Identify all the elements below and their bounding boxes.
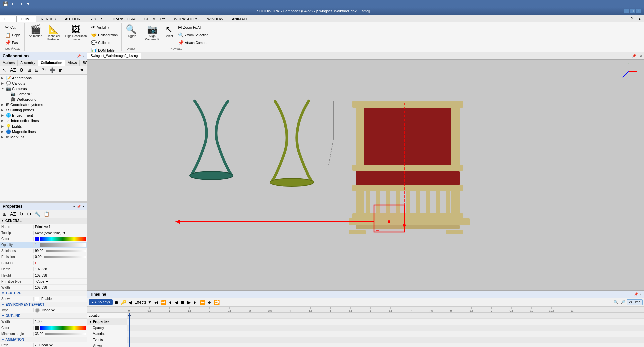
tree-item-environment[interactable]: ▶ 🌐 Environment: [0, 113, 87, 118]
add-key-button[interactable]: 🔑: [120, 299, 127, 306]
select-button[interactable]: ↖ Select: [162, 23, 176, 39]
expand-all-icon[interactable]: ⊞: [26, 67, 33, 73]
tab-home[interactable]: HOME: [16, 16, 36, 22]
panel-minimize-icon[interactable]: −: [73, 54, 75, 58]
play-button[interactable]: ▶: [186, 299, 192, 306]
fast-forward-button[interactable]: ⏩: [199, 299, 206, 306]
close-button[interactable]: ×: [636, 9, 641, 13]
collapse-ribbon-icon[interactable]: ▲: [635, 16, 644, 22]
effects-dropdown[interactable]: Effects ▼: [133, 299, 152, 305]
copy-button[interactable]: 📋 Copy: [3, 31, 22, 39]
tab-file[interactable]: FILE: [0, 16, 16, 22]
prev-key-button[interactable]: ◀: [128, 299, 133, 306]
technical-illustration-button[interactable]: 📐 TechnicalIllustration: [45, 23, 63, 42]
digger-button[interactable]: 🔍 Digger: [124, 23, 139, 39]
dropdown-icon[interactable]: ▼: [25, 1, 31, 7]
tree-item-coord-systems[interactable]: ▶ ⊞ Coordinate systems: [0, 102, 87, 107]
path-select[interactable]: Linear: [38, 343, 54, 347]
props-icon3[interactable]: ↻: [18, 211, 25, 217]
opacity-slider[interactable]: [40, 243, 86, 247]
autokeys-button[interactable]: ● Auto-Keys: [89, 299, 113, 305]
help-icon[interactable]: ?: [628, 16, 636, 22]
tab-collaboration[interactable]: Collaboration: [38, 60, 65, 66]
loop-button[interactable]: 🔁: [213, 299, 220, 306]
tree-item-callouts[interactable]: ▶ 💬 Callouts: [0, 81, 87, 86]
time-button[interactable]: ⏱ Time: [627, 299, 643, 305]
animation-button[interactable]: 🎬 Animation: [27, 23, 44, 39]
tree-item-intersection-lines[interactable]: ▶ ⟋ Intersection lines: [0, 118, 87, 123]
attach-camera-button[interactable]: 📌 Attach Camera: [176, 39, 210, 46]
viewport-pin-icon[interactable]: 📌: [630, 53, 638, 59]
canvas-area[interactable]: X Y Z: [87, 60, 644, 290]
props-icon5[interactable]: 🔧: [33, 211, 42, 217]
add-icon[interactable]: ➕: [48, 67, 56, 73]
collaboration-button[interactable]: 🤝 Collaboration: [89, 31, 119, 39]
high-resolution-image-button[interactable]: 🖼 High ResolutionImage: [63, 23, 89, 42]
delete-icon[interactable]: 🗑: [57, 67, 64, 73]
prev-frame-button[interactable]: ⏪: [160, 299, 167, 306]
tree-item-walkaround[interactable]: 🎥 Walkaround: [0, 97, 87, 102]
filter-icon[interactable]: ⚙: [18, 67, 25, 73]
tab-bom[interactable]: BOM: [80, 60, 87, 66]
tree-item-cameras[interactable]: ▼ 📷 Cameras: [0, 86, 87, 91]
env-effect-section-label[interactable]: ▼ ENVIRONMENT EFFECT: [0, 302, 87, 307]
min-angle-slider[interactable]: [45, 333, 86, 335]
tab-workshops[interactable]: WORKSHOPS: [170, 16, 203, 22]
texture-section-label[interactable]: ▼ TEXTURE: [0, 291, 87, 296]
shininess-slider[interactable]: [46, 250, 86, 252]
sort-alpha-icon[interactable]: AZ: [9, 67, 17, 73]
viewport-tab-file[interactable]: Swingset_Walkthrough2_1.smg: [87, 53, 141, 59]
go-end-button[interactable]: ⏭: [207, 299, 213, 306]
zoom-out-timeline-icon[interactable]: 🔍: [613, 299, 619, 305]
tab-assembly[interactable]: Assembly: [18, 60, 38, 66]
props-close-icon[interactable]: ×: [82, 205, 84, 208]
animation-section-label[interactable]: ▼ ANIMATION: [0, 337, 87, 342]
tree-item-annotations[interactable]: ▶ 📝 Annotations: [0, 75, 87, 81]
viewport-close-icon[interactable]: ×: [638, 53, 644, 59]
timeline-close-icon[interactable]: ×: [639, 292, 641, 296]
props-icon2[interactable]: AZ: [9, 211, 17, 217]
timeline-pin-icon[interactable]: 📌: [634, 292, 638, 296]
color-gradient-bar[interactable]: [40, 237, 86, 241]
play-back-button[interactable]: ◀: [174, 299, 179, 306]
visibility-button[interactable]: 👁 Visibility: [89, 23, 119, 31]
primitive-type-select[interactable]: Cube: [35, 279, 50, 284]
tab-markers[interactable]: Markers: [0, 60, 18, 66]
tree-item-cutting-planes[interactable]: ▶ ✂ Cutting planes: [0, 107, 87, 113]
tree-item-camera1[interactable]: 📷 Camera 1: [0, 91, 87, 97]
general-section-header[interactable]: ▼ GENERAL: [0, 218, 87, 224]
next-frame-button[interactable]: ⏵: [192, 299, 198, 306]
cut-button[interactable]: ✂ Cut: [3, 23, 22, 31]
select-tool-icon[interactable]: ↖: [1, 67, 8, 73]
tab-author[interactable]: AUTHOR: [61, 16, 85, 22]
tab-styles[interactable]: STYLES: [85, 16, 108, 22]
refresh-icon[interactable]: ↻: [41, 67, 47, 73]
props-minimize-icon[interactable]: −: [73, 205, 75, 208]
emission-slider[interactable]: [44, 256, 86, 258]
record-button[interactable]: ⏺: [113, 299, 119, 306]
tab-transform[interactable]: TRANSFORM: [108, 16, 140, 22]
save-icon[interactable]: 💾: [2, 1, 9, 7]
redo-icon[interactable]: ↪: [18, 1, 23, 7]
outline-color-bar[interactable]: [40, 326, 86, 330]
panel-close-icon[interactable]: ×: [82, 54, 84, 58]
panel-pin-icon[interactable]: 📌: [77, 54, 81, 58]
tab-views[interactable]: Views: [65, 60, 80, 66]
props-icon4[interactable]: ⚙: [25, 211, 33, 217]
tree-item-magnetic-lines[interactable]: ▶ 🔵 Magnetic lines: [0, 129, 87, 134]
step-back-button[interactable]: ⏴: [167, 299, 173, 306]
tree-item-markups[interactable]: ▶ ✏ Markups: [0, 134, 87, 140]
align-camera-button[interactable]: 📷 AlignCamera ▼: [143, 23, 161, 42]
zoom-in-timeline-icon[interactable]: 🔎: [620, 299, 626, 305]
tree-item-lights[interactable]: ▶ 💡 Lights: [0, 123, 87, 129]
props-icon6[interactable]: 📋: [42, 211, 51, 217]
undo-icon[interactable]: ↩: [11, 1, 16, 7]
restore-button[interactable]: □: [630, 9, 635, 13]
tooltip-dropdown[interactable]: ▼: [63, 231, 66, 235]
zoom-fit-all-button[interactable]: ⊞ Zoom Fit All: [176, 23, 210, 31]
tab-geometry[interactable]: GEOMETRY: [140, 16, 170, 22]
outline-section-label[interactable]: ▼ OUTLINE: [0, 313, 87, 319]
paste-button[interactable]: 📌 Paste: [3, 39, 22, 46]
stop-button[interactable]: ⏹: [180, 299, 186, 306]
callouts-button[interactable]: 💬 Callouts: [89, 39, 119, 46]
